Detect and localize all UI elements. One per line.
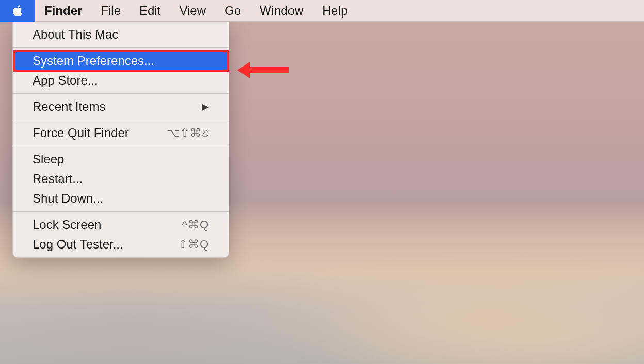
menu-item-label: Force Quit Finder bbox=[33, 126, 167, 140]
menu-item-label: About This Mac bbox=[33, 27, 209, 42]
menu-separator bbox=[13, 211, 229, 212]
menu-item-shortcut: ^⌘Q bbox=[182, 218, 209, 231]
menu-item-label: Recent Items bbox=[33, 100, 202, 114]
menubar-item-view[interactable]: View bbox=[170, 0, 215, 21]
menubar-item-help[interactable]: Help bbox=[313, 0, 357, 21]
menu-item-about-this-mac[interactable]: About This Mac bbox=[13, 25, 229, 44]
menu-item-restart[interactable]: Restart... bbox=[13, 169, 229, 189]
menu-item-system-preferences[interactable]: System Preferences... bbox=[13, 50, 229, 72]
menu-item-label: Log Out Tester... bbox=[33, 237, 178, 252]
menu-item-label: Lock Screen bbox=[33, 218, 182, 232]
menubar-item-edit[interactable]: Edit bbox=[130, 0, 170, 21]
menu-item-label: Sleep bbox=[33, 152, 209, 167]
menu-item-force-quit[interactable]: Force Quit Finder ⌥⇧⌘⎋ bbox=[13, 123, 229, 143]
menu-separator bbox=[13, 146, 229, 146]
menu-item-shortcut: ⌥⇧⌘⎋ bbox=[167, 126, 209, 140]
menubar-items: Finder File Edit View Go Window Help bbox=[35, 0, 357, 21]
menu-item-app-store[interactable]: App Store... bbox=[13, 71, 229, 90]
apple-menu-dropdown: About This Mac System Preferences... App… bbox=[12, 22, 229, 258]
apple-menu-button[interactable] bbox=[0, 0, 35, 22]
menu-separator bbox=[13, 47, 229, 48]
menu-item-lock-screen[interactable]: Lock Screen ^⌘Q bbox=[13, 215, 229, 235]
menu-item-sleep[interactable]: Sleep bbox=[13, 150, 229, 169]
svg-marker-0 bbox=[237, 62, 289, 78]
arrow-icon bbox=[237, 60, 289, 80]
menubar-app-name[interactable]: Finder bbox=[35, 0, 91, 21]
menubar-item-window[interactable]: Window bbox=[250, 0, 313, 21]
menu-item-label: Shut Down... bbox=[33, 191, 209, 206]
menu-item-recent-items[interactable]: Recent Items ▶ bbox=[13, 97, 229, 117]
menu-item-shut-down[interactable]: Shut Down... bbox=[13, 189, 229, 208]
submenu-arrow-icon: ▶ bbox=[202, 101, 209, 112]
menu-item-label: App Store... bbox=[33, 73, 209, 88]
menu-item-label: System Preferences... bbox=[33, 54, 209, 68]
menu-separator bbox=[13, 120, 229, 120]
annotation-arrow bbox=[237, 60, 289, 82]
menubar-item-go[interactable]: Go bbox=[215, 0, 250, 21]
menu-item-shortcut: ⇧⌘Q bbox=[178, 238, 209, 251]
menu-separator bbox=[13, 93, 229, 94]
menubar: Finder File Edit View Go Window Help bbox=[0, 0, 644, 22]
menubar-item-file[interactable]: File bbox=[91, 0, 130, 21]
menu-item-log-out[interactable]: Log Out Tester... ⇧⌘Q bbox=[13, 235, 229, 254]
apple-logo-icon bbox=[11, 4, 24, 18]
menu-item-label: Restart... bbox=[33, 172, 209, 186]
